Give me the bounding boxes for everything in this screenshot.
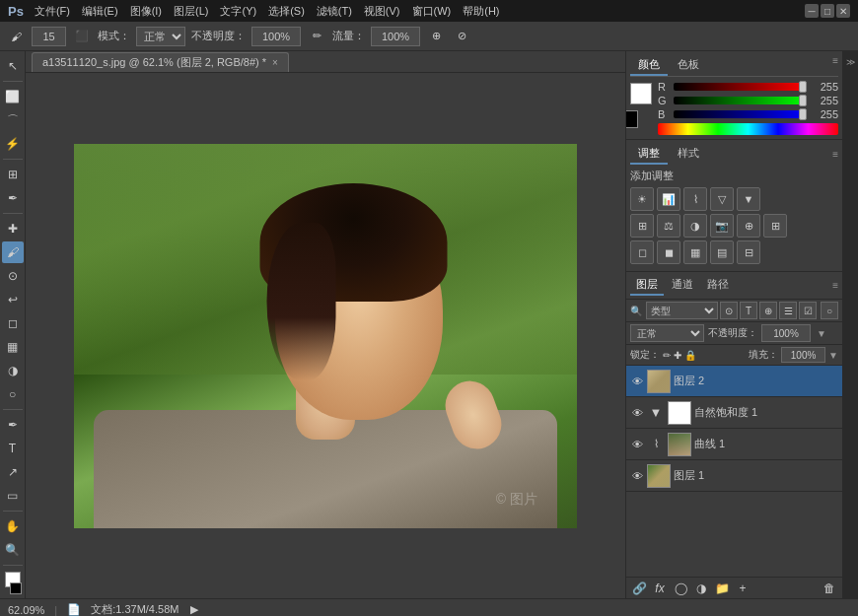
- layer-adjustment-button[interactable]: ◑: [692, 580, 710, 597]
- fill-dropdown-icon[interactable]: ▼: [828, 350, 838, 361]
- layer-link-button[interactable]: 🔗: [630, 580, 648, 597]
- window-controls[interactable]: ─ □ ✕: [805, 4, 850, 18]
- photo-canvas[interactable]: © 图片: [74, 144, 577, 528]
- extra-icon[interactable]: ⊘: [452, 27, 471, 46]
- lasso-tool[interactable]: ⌒: [2, 109, 24, 131]
- eraser-tool[interactable]: ◻: [2, 312, 24, 334]
- opacity-input[interactable]: 100%: [761, 324, 811, 342]
- curves-adj-icon[interactable]: ⌇: [683, 187, 707, 211]
- menu-edit[interactable]: 编辑(E): [77, 4, 123, 19]
- blue-slider-thumb[interactable]: [799, 108, 807, 120]
- levels-adj-icon[interactable]: 📊: [657, 187, 680, 211]
- adjustments-menu-icon[interactable]: ≡: [832, 149, 838, 160]
- tab-paths[interactable]: 路径: [701, 275, 735, 296]
- stylus-icon[interactable]: ⊕: [426, 27, 446, 46]
- close-button[interactable]: ✕: [836, 4, 850, 18]
- layer-folder-button[interactable]: 📁: [713, 580, 731, 597]
- menu-bar[interactable]: 文件(F) 编辑(E) 图像(I) 图层(L) 文字(Y) 选择(S) 滤镜(T…: [30, 4, 505, 19]
- text-tool[interactable]: T: [2, 438, 24, 459]
- tab-swatches[interactable]: 色板: [670, 55, 707, 76]
- healing-tool[interactable]: ✚: [2, 218, 24, 240]
- pen-tool[interactable]: ✒: [2, 414, 24, 436]
- gradient-tool[interactable]: ▦: [2, 336, 24, 358]
- color-spectrum-bar[interactable]: [658, 123, 838, 135]
- flow-input[interactable]: [371, 27, 420, 46]
- lock-all-icon[interactable]: 🔒: [684, 350, 696, 361]
- collapse-icon[interactable]: ≫: [843, 55, 857, 69]
- bw-adj-icon[interactable]: ◑: [683, 214, 707, 238]
- tab-layers[interactable]: 图层: [630, 275, 664, 296]
- layer-delete-button[interactable]: 🗑: [821, 580, 838, 597]
- tool-preset-icon[interactable]: 🖌: [6, 27, 26, 46]
- layer-row[interactable]: 👁 ⌇ 曲线 1: [626, 429, 842, 460]
- background-color[interactable]: [10, 582, 22, 594]
- colorbalance-adj-icon[interactable]: ⚖: [657, 214, 680, 238]
- layer-new-button[interactable]: +: [734, 580, 751, 597]
- hand-tool[interactable]: ✋: [2, 515, 24, 537]
- threshold-adj-icon[interactable]: ▦: [683, 240, 707, 264]
- photo-filter-adj-icon[interactable]: 📷: [710, 214, 734, 238]
- green-slider-thumb[interactable]: [799, 95, 807, 106]
- invert-adj-icon[interactable]: ◻: [630, 240, 654, 264]
- lock-move-icon[interactable]: ✚: [674, 350, 681, 361]
- layer-filter-toggle[interactable]: ○: [821, 302, 838, 319]
- brush-picker-icon[interactable]: ⬛: [72, 27, 92, 46]
- eyedropper-tool[interactable]: ✒: [2, 187, 24, 209]
- layer-filter-btn-2[interactable]: T: [740, 302, 757, 319]
- quick-select-tool[interactable]: ⚡: [2, 133, 24, 155]
- opacity-dropdown-icon[interactable]: ▼: [817, 328, 826, 339]
- layer-filter-btn-5[interactable]: ☑: [799, 302, 817, 319]
- opacity-input[interactable]: [251, 27, 301, 46]
- layer-row[interactable]: 👁 图层 2: [626, 366, 842, 397]
- hsl-adj-icon[interactable]: ⊞: [630, 214, 654, 238]
- move-tool[interactable]: ↖: [2, 55, 24, 77]
- layer-visibility-eye[interactable]: 👁: [630, 406, 644, 420]
- layer-fx-button[interactable]: fx: [651, 580, 669, 597]
- blue-slider-track[interactable]: [674, 110, 807, 118]
- menu-filter[interactable]: 滤镜(T): [312, 4, 357, 19]
- layer-filter-btn-4[interactable]: ☰: [779, 302, 797, 319]
- layer-visibility-eye[interactable]: 👁: [630, 375, 644, 388]
- red-slider-thumb[interactable]: [799, 81, 807, 93]
- layer-mask-button[interactable]: ◯: [672, 580, 689, 597]
- menu-text[interactable]: 文字(Y): [215, 4, 261, 19]
- minimize-button[interactable]: ─: [805, 4, 819, 18]
- layer-visibility-eye[interactable]: 👁: [630, 438, 644, 451]
- menu-view[interactable]: 视图(V): [359, 4, 405, 19]
- tab-channels[interactable]: 通道: [666, 275, 699, 296]
- tab-color[interactable]: 颜色: [630, 55, 668, 76]
- dodge-tool[interactable]: ○: [2, 383, 24, 405]
- document-tab[interactable]: a13511120_s.jpg @ 62.1% (图层 2, RGB/8#) *…: [32, 52, 289, 72]
- document-tab-close[interactable]: ×: [272, 57, 278, 68]
- maximize-button[interactable]: □: [821, 4, 834, 18]
- tab-styles[interactable]: 样式: [670, 144, 707, 165]
- channel-mix-adj-icon[interactable]: ⊕: [737, 214, 760, 238]
- selective-color-adj-icon[interactable]: ⊟: [737, 240, 760, 264]
- color-panel-menu-icon[interactable]: ≡: [832, 55, 838, 76]
- path-select-tool[interactable]: ↗: [2, 461, 24, 483]
- green-slider-track[interactable]: [674, 97, 807, 104]
- crop-tool[interactable]: ⊞: [2, 164, 24, 185]
- red-slider-track[interactable]: [674, 83, 807, 91]
- brightness-adj-icon[interactable]: ☀: [630, 187, 654, 211]
- stamp-tool[interactable]: ⊙: [2, 265, 24, 287]
- brush-size-input[interactable]: 15: [32, 27, 66, 46]
- exposure-adj-icon[interactable]: ▽: [710, 187, 734, 211]
- layer-row[interactable]: 👁 ▼ 自然饱和度 1: [626, 397, 842, 429]
- menu-file[interactable]: 文件(F): [30, 4, 75, 19]
- background-swatch[interactable]: [625, 110, 638, 128]
- layer-row[interactable]: 👁 图层 1: [626, 460, 842, 492]
- brush-tool[interactable]: 🖌: [2, 241, 24, 263]
- marquee-tool[interactable]: ⬜: [2, 86, 24, 107]
- layer-filter-btn-3[interactable]: ⊕: [759, 302, 777, 319]
- vibrance-adj-icon[interactable]: ▼: [737, 187, 760, 211]
- menu-image[interactable]: 图像(I): [125, 4, 167, 19]
- blur-tool[interactable]: ◑: [2, 360, 24, 381]
- layer-visibility-eye[interactable]: 👁: [630, 469, 644, 483]
- status-doc-icon[interactable]: 📄: [67, 603, 81, 616]
- blend-mode-select[interactable]: 正常: [630, 324, 704, 342]
- menu-window[interactable]: 窗口(W): [407, 4, 457, 19]
- status-arrow[interactable]: ▶: [190, 603, 198, 616]
- zoom-tool[interactable]: 🔍: [2, 539, 24, 561]
- lock-pixel-icon[interactable]: ✏: [663, 350, 671, 361]
